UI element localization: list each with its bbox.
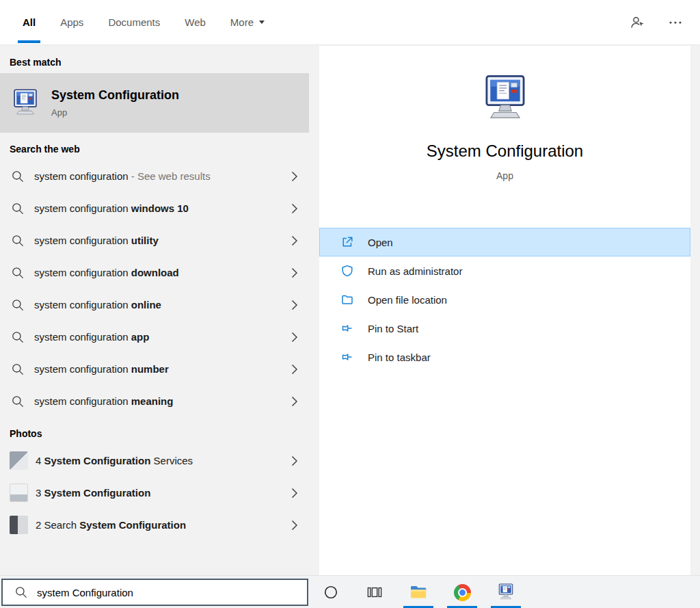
search-icon	[11, 170, 25, 183]
search-tabs: AllAppsDocumentsWebMore	[23, 0, 265, 44]
user-account-icon[interactable]	[629, 14, 645, 31]
admin-shield-icon	[340, 264, 354, 278]
tab-documents[interactable]: Documents	[108, 0, 160, 44]
suggestion-text: system configuration online	[34, 299, 286, 310]
tab-more[interactable]: More	[230, 0, 265, 44]
search-input[interactable]	[37, 587, 301, 598]
photo-result-text: 2 Search System Configuration	[36, 519, 286, 531]
pin-icon	[340, 321, 354, 335]
chrome-icon	[454, 584, 471, 601]
photo-thumbnail	[10, 484, 28, 502]
suggestion-text: system configuration number	[34, 363, 286, 375]
action-pin-to-start[interactable]: Pin to Start	[319, 314, 690, 343]
search-icon	[11, 395, 25, 408]
web-search-suggestion-row[interactable]: system configuration meaning	[0, 385, 309, 417]
tab-apps[interactable]: Apps	[60, 0, 83, 44]
chevron-right-icon[interactable]	[291, 332, 298, 343]
taskbar-msconfig-button[interactable]	[484, 576, 528, 608]
chevron-down-icon	[259, 21, 265, 24]
msconfig-icon	[496, 583, 515, 601]
tab-label: All	[23, 16, 36, 28]
msconfig-app-icon	[10, 89, 41, 118]
photo-thumbnail	[10, 516, 28, 534]
action-open[interactable]: Open	[319, 228, 690, 256]
web-search-suggestion-row[interactable]: system configuration utility	[0, 224, 309, 256]
tab-label: More	[230, 16, 254, 28]
suggestion-text: system configuration meaning	[34, 395, 286, 407]
best-match-result[interactable]: System Configuration App	[0, 73, 309, 133]
best-match-header: Best match	[0, 46, 309, 73]
taskbar-file-explorer-button[interactable]	[396, 576, 440, 608]
suggestion-text: system configuration app	[34, 331, 286, 343]
chevron-right-icon[interactable]	[291, 300, 298, 310]
photo-result-text: 3 System Configuration	[36, 487, 286, 499]
web-search-suggestion-row[interactable]: system configuration app	[0, 321, 309, 353]
photo-result-row[interactable]: 3 System Configuration	[0, 477, 309, 509]
suggestion-text: system configuration utility	[34, 235, 286, 246]
action-open-file-location[interactable]: Open file location	[319, 285, 690, 314]
web-search-suggestion-row[interactable]: system configuration number	[0, 353, 309, 385]
taskbar-search-box[interactable]	[1, 579, 308, 606]
web-search-suggestion-row[interactable]: system configuration windows 10	[0, 192, 309, 224]
photos-list: 4 System Configuration Services 3 System…	[0, 445, 309, 541]
chevron-right-icon[interactable]	[291, 171, 298, 182]
chevron-right-icon[interactable]	[291, 488, 298, 499]
app-type-label: App	[319, 170, 690, 181]
web-search-suggestion-row[interactable]: system configuration online	[0, 289, 309, 321]
taskbar-task-view-button[interactable]	[353, 576, 396, 608]
photo-result-row[interactable]: 2 Search System Configuration	[0, 509, 309, 541]
msconfig-app-icon-large	[479, 75, 532, 124]
taskbar-cortana-button[interactable]	[309, 576, 353, 608]
suggestion-text: system configuration windows 10	[34, 202, 286, 214]
web-search-suggestion-row[interactable]: system configuration download	[0, 256, 309, 289]
search-icon	[11, 362, 25, 376]
preview-header: System Configuration App	[319, 46, 690, 181]
search-icon	[11, 298, 25, 312]
search-icon	[11, 202, 25, 215]
photo-result-text: 4 System Configuration Services	[36, 455, 286, 466]
photo-thumbnail	[10, 451, 28, 470]
suggestion-text: system configuration download	[34, 267, 286, 278]
top-bar-actions	[629, 0, 684, 44]
web-search-list: system configuration - See web results s…	[0, 160, 309, 417]
photo-result-row[interactable]: 4 System Configuration Services	[0, 445, 309, 477]
app-title: System Configuration	[319, 142, 690, 161]
chevron-right-icon[interactable]	[291, 455, 298, 466]
tab-label: Web	[185, 16, 206, 28]
cortana-circle-icon	[323, 585, 338, 600]
taskbar-chrome-button[interactable]	[440, 576, 484, 608]
chevron-right-icon[interactable]	[291, 203, 298, 214]
file-explorer-icon	[409, 584, 427, 600]
open-icon	[340, 235, 354, 249]
search-the-web-header: Search the web	[0, 133, 309, 160]
tab-label: Apps	[60, 16, 83, 28]
search-filter-bar: AllAppsDocumentsWebMore	[0, 0, 700, 45]
tab-all[interactable]: All	[23, 0, 36, 44]
taskbar	[0, 575, 700, 608]
best-match-title: System Configuration	[51, 88, 179, 103]
action-pin-to-taskbar[interactable]: Pin to taskbar	[319, 343, 690, 371]
chevron-right-icon[interactable]	[291, 267, 298, 278]
pin-icon	[340, 350, 354, 364]
search-icon	[14, 585, 28, 599]
best-match-texts: System Configuration App	[51, 88, 179, 118]
action-run-as-administrator[interactable]: Run as administrator	[319, 256, 690, 285]
web-search-suggestion-row[interactable]: system configuration - See web results	[0, 160, 309, 192]
more-options-icon[interactable]	[667, 14, 684, 31]
task-view-icon	[367, 585, 382, 600]
photos-header: Photos	[0, 417, 309, 445]
chevron-right-icon[interactable]	[291, 520, 298, 531]
preview-panel: System Configuration App Open Run as adm…	[319, 46, 690, 575]
tab-web[interactable]: Web	[185, 0, 206, 44]
chevron-right-icon[interactable]	[291, 396, 298, 407]
suggestion-text: system configuration - See web results	[34, 170, 286, 182]
context-actions: Open Run as administrator Open file loca…	[319, 228, 690, 371]
folder-icon	[340, 293, 354, 306]
best-match-subtitle: App	[51, 107, 179, 118]
taskbar-items	[309, 576, 528, 608]
chevron-right-icon[interactable]	[291, 235, 298, 246]
tab-label: Documents	[108, 16, 160, 28]
search-icon	[11, 234, 25, 248]
chevron-right-icon[interactable]	[291, 364, 298, 375]
search-icon	[11, 330, 25, 344]
